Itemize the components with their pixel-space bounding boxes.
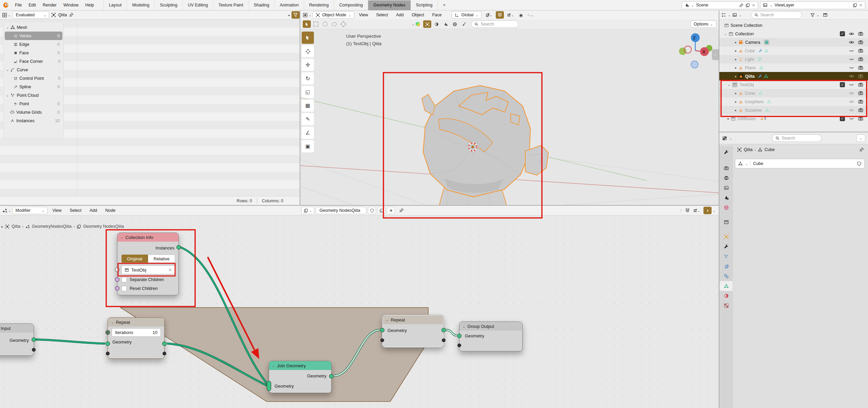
- tab-output[interactable]: [720, 173, 733, 183]
- viewport-menu-select[interactable]: Select: [373, 11, 392, 19]
- expand-icon[interactable]: ▸: [735, 91, 737, 95]
- mesh-data-icon[interactable]: [758, 147, 762, 152]
- socket-extend-input[interactable]: [457, 344, 461, 347]
- tab-compositing[interactable]: Compositing: [334, 0, 368, 10]
- tool-measure-icon[interactable]: ∠: [302, 127, 314, 139]
- node-repeat-output[interactable]: ⌄Repeat Geometry: [382, 315, 444, 347]
- breadcrumb-node-tree[interactable]: Geometry NodesQiita: [83, 224, 124, 229]
- socket-extend-input[interactable]: [380, 338, 384, 342]
- separate-children-checkbox[interactable]: [121, 277, 127, 282]
- add-workspace-button[interactable]: +: [438, 0, 450, 10]
- tab-view-layer[interactable]: [720, 183, 733, 193]
- viewport-toggle-shading-icon[interactable]: [432, 20, 440, 28]
- hide-eye-closed-icon[interactable]: [847, 57, 856, 62]
- hide-eye-icon[interactable]: [847, 91, 856, 96]
- proportional-falloff-icon[interactable]: ∿⌄: [526, 11, 534, 19]
- socket-geometry-output[interactable]: [32, 337, 36, 342]
- tab-object-data[interactable]: [720, 281, 733, 291]
- blender-logo-icon[interactable]: [0, 2, 12, 8]
- options-dropdown[interactable]: Options⌄: [691, 20, 716, 28]
- node-tree-type-dropdown[interactable]: Modifier⌄: [12, 207, 48, 214]
- viewport-toggle-brush-icon[interactable]: [460, 20, 468, 28]
- menu-edit[interactable]: Edit: [25, 1, 39, 10]
- tree-item-vertex[interactable]: Vertex0: [5, 32, 62, 40]
- socket-extend-output[interactable]: [442, 338, 446, 342]
- tree-item-face-corner[interactable]: Face Corner0: [5, 57, 62, 66]
- pivot-point-icon[interactable]: ⌄: [483, 11, 494, 19]
- copy-datablock-button[interactable]: [377, 207, 385, 214]
- new-collection-icon[interactable]: [823, 13, 828, 17]
- properties-options-button[interactable]: ⌄: [856, 134, 865, 142]
- tab-material[interactable]: [720, 291, 733, 301]
- expand-icon[interactable]: ▸: [735, 57, 737, 61]
- tool-select-icon[interactable]: [302, 32, 314, 44]
- hide-eye-icon[interactable]: [847, 40, 856, 45]
- filter-funnel-icon[interactable]: [291, 11, 300, 19]
- socket-geometry-input[interactable]: [106, 341, 110, 346]
- socket-geometry-output[interactable]: [441, 328, 446, 332]
- node-menu-add[interactable]: Add: [86, 206, 100, 215]
- hide-eye-icon[interactable]: [847, 74, 856, 79]
- clear-collection-icon[interactable]: ✕: [168, 267, 172, 273]
- render-camera-icon[interactable]: [856, 116, 865, 121]
- pin-icon[interactable]: [739, 3, 743, 7]
- socket-extend-output[interactable]: [163, 352, 166, 355]
- tool-cursor-icon[interactable]: [302, 45, 314, 57]
- render-camera-icon[interactable]: [856, 99, 865, 104]
- hide-eye-icon[interactable]: [847, 99, 856, 104]
- tab-animation[interactable]: Animation: [275, 0, 304, 10]
- menu-render[interactable]: Render: [39, 1, 60, 10]
- expand-filter-icon[interactable]: ▸: [288, 13, 290, 17]
- display-mode-icon[interactable]: [732, 13, 737, 17]
- new-view-layer-icon[interactable]: [853, 3, 857, 7]
- select-mode-tweak-icon[interactable]: [303, 20, 311, 28]
- menu-window[interactable]: Window: [60, 1, 82, 10]
- expand-icon[interactable]: ▸: [735, 66, 737, 70]
- collection-checkbox[interactable]: ✓: [840, 116, 845, 121]
- fake-user-shield-button[interactable]: [368, 207, 376, 214]
- editor-type-viewport-icon[interactable]: ⌄: [303, 13, 311, 18]
- socket-extend-input[interactable]: [106, 352, 110, 355]
- expand-icon[interactable]: ▸: [735, 108, 737, 112]
- outliner-row-qiita[interactable]: ▸ Qiita: [719, 72, 868, 80]
- editor-type-node-icon[interactable]: ⌄: [2, 208, 11, 213]
- breadcrumb-expand-icon[interactable]: ▸: [1, 225, 3, 228]
- socket-iterations-input[interactable]: [106, 330, 110, 335]
- tab-constraints[interactable]: [720, 271, 733, 281]
- snap-settings-icon[interactable]: ⌄: [505, 11, 515, 19]
- outliner-row-light[interactable]: ▸ Light: [719, 55, 868, 63]
- tab-sculpting[interactable]: Sculpting: [155, 0, 183, 10]
- menu-file[interactable]: File: [12, 1, 25, 10]
- collection-checkbox[interactable]: ✓: [840, 31, 845, 36]
- viewport-search-input[interactable]: Search: [471, 20, 518, 28]
- outliner-row-icosphere[interactable]: ▸ Icosphere: [719, 97, 868, 106]
- tab-shading[interactable]: Shading: [249, 0, 275, 10]
- fake-user-shield-icon[interactable]: [857, 161, 862, 166]
- editor-type-properties-icon[interactable]: [722, 136, 727, 141]
- tree-item-instances[interactable]: Instances10: [5, 116, 62, 125]
- tab-texture[interactable]: [720, 301, 733, 311]
- tool-rotate-icon[interactable]: ↻: [302, 72, 314, 85]
- hide-eye-closed-icon[interactable]: [847, 82, 856, 87]
- sidebar-collapse-tab[interactable]: ‹: [712, 49, 719, 60]
- expand-icon[interactable]: ▸: [735, 40, 737, 44]
- tab-object[interactable]: [720, 232, 733, 242]
- viewport-menu-face[interactable]: Face: [429, 11, 445, 19]
- node-menu-view[interactable]: View: [49, 206, 65, 215]
- hide-eye-icon[interactable]: [847, 108, 856, 113]
- socket-reset-children-input[interactable]: [115, 286, 119, 291]
- outliner-search-input[interactable]: Search: [751, 11, 802, 19]
- relative-button[interactable]: Relative: [148, 255, 175, 263]
- pin-icon[interactable]: [399, 208, 404, 213]
- node-tree-name-field[interactable]: Geometry NodesQiita: [316, 207, 366, 214]
- overlay-toggle-icon[interactable]: ◑: [703, 207, 712, 214]
- node-group-output[interactable]: ⌄Group Output Geometry: [459, 321, 523, 351]
- select-mode-circle-icon[interactable]: [321, 20, 329, 28]
- tree-item-edge[interactable]: Edge0: [5, 40, 62, 49]
- tool-add-cube-icon[interactable]: ▣: [302, 140, 314, 152]
- tab-particles[interactable]: [720, 252, 733, 261]
- render-camera-icon[interactable]: [856, 40, 865, 45]
- editor-type-spreadsheet-icon[interactable]: ⌄: [2, 13, 11, 18]
- node-repeat-input[interactable]: ⌄Repeat Iterations 10 Geometry: [108, 317, 165, 359]
- node-snap-settings-icon[interactable]: ⌄: [691, 207, 702, 214]
